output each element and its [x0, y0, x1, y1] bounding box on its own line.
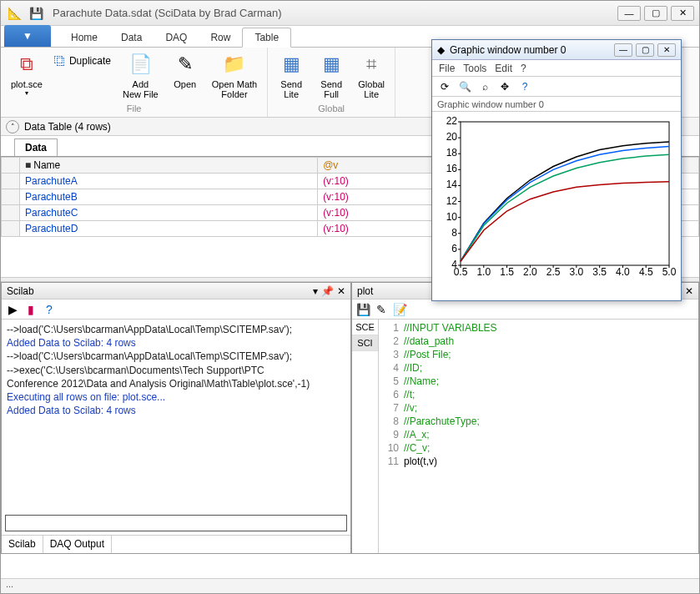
menu-edit[interactable]: Edit: [495, 63, 512, 74]
console-line: -->exec('C:\Users\bcarman\Documents\Tech…: [7, 364, 345, 377]
graphic-menubar: File Tools Edit ?: [432, 60, 681, 77]
code-line: plot(t,v): [404, 455, 497, 468]
duplicate-button[interactable]: ⿻ Duplicate: [51, 53, 114, 69]
close-icon[interactable]: ✕: [685, 285, 693, 297]
send-full-button[interactable]: ▦ Send Full: [313, 49, 350, 103]
add-new-file-button[interactable]: 📄 Add New File: [118, 49, 164, 103]
row-header-corner[interactable]: [2, 158, 20, 174]
save-icon[interactable]: 💾: [355, 302, 370, 317]
edit-icon[interactable]: ✎: [374, 302, 389, 317]
scilab-panel: Scilab ▾ 📌 ✕ ▶ ▮ ? -->load('C:\Users\bca…: [1, 282, 351, 554]
maximize-button[interactable]: ▢: [636, 43, 654, 57]
file-menu-button[interactable]: ▼: [4, 25, 51, 47]
calc-icon: ⌗: [358, 51, 385, 78]
tab-scilab[interactable]: Scilab: [2, 536, 43, 553]
pin-icon[interactable]: 📌: [321, 285, 334, 297]
open-button[interactable]: ✎ Open: [167, 49, 204, 103]
folder-icon: 📁: [221, 51, 248, 78]
scilab-input[interactable]: [5, 515, 347, 531]
scilab-panel-title: Scilab ▾ 📌 ✕: [2, 283, 350, 300]
open-icon: ✎: [172, 51, 199, 78]
minimize-button[interactable]: —: [617, 6, 641, 21]
graphic-window[interactable]: ◆ Graphic window number 0 — ▢ ✕ File Too…: [431, 39, 682, 301]
svg-text:3.0: 3.0: [570, 266, 584, 278]
code-line: //C_v;: [404, 441, 497, 455]
code-editor[interactable]: 1234567891011 //INPUT VARIABLES//data_pa…: [379, 320, 698, 553]
minimize-button[interactable]: —: [614, 43, 632, 57]
svg-text:20: 20: [446, 131, 458, 143]
code-line: //Name;: [404, 375, 497, 388]
scilab-console: -->load('C:\Users\bcarman\AppData\Local\…: [2, 320, 350, 511]
svg-text:14: 14: [446, 179, 458, 190]
tab-daq[interactable]: DAQ: [154, 28, 199, 47]
tab-daq-output[interactable]: DAQ Output: [43, 536, 112, 553]
close-button[interactable]: ✕: [657, 43, 676, 57]
svg-text:4.5: 4.5: [639, 266, 653, 278]
save-icon[interactable]: 💾: [28, 5, 44, 22]
tab-data-sheet[interactable]: Data: [14, 138, 58, 156]
new-file-icon: 📄: [127, 51, 154, 78]
console-line: -->load('C:\Users\bcarman\AppData\Local\…: [7, 350, 345, 363]
chevron-up-icon[interactable]: ˄: [6, 120, 19, 133]
svg-text:18: 18: [446, 147, 458, 159]
plot-toolbar: 💾 ✎ 📝: [352, 300, 698, 320]
close-button[interactable]: ✕: [671, 6, 694, 21]
app-icon: 📐: [6, 5, 23, 22]
send-lite-button[interactable]: ▦ Send Lite: [273, 49, 310, 103]
menu-tools[interactable]: Tools: [463, 63, 486, 74]
open-math-folder-button[interactable]: 📁 Open Math Folder: [207, 49, 262, 103]
code-line: //data_path: [404, 335, 497, 348]
code-line: //v;: [404, 401, 497, 415]
zoom-in-icon[interactable]: 🔍: [457, 79, 472, 94]
console-line: Added Data to Scilab: 4 rows: [7, 404, 345, 417]
pan-icon[interactable]: ✥: [497, 79, 512, 94]
svg-text:8: 8: [451, 227, 457, 239]
note-icon[interactable]: 📝: [392, 302, 407, 317]
plotsce-button[interactable]: ⧉ plot.sce ▾: [6, 49, 48, 103]
tab-row[interactable]: Row: [199, 28, 242, 47]
close-icon[interactable]: ✕: [337, 285, 345, 297]
svg-rect-0: [461, 122, 669, 265]
scilab-icon: ◆: [437, 44, 445, 56]
tab-home[interactable]: Home: [59, 28, 109, 47]
chart-icon[interactable]: ▮: [23, 302, 38, 317]
graphic-titlebar[interactable]: ◆ Graphic window number 0 — ▢ ✕: [432, 40, 681, 60]
global-lite-button[interactable]: ⌗ Global Lite: [353, 49, 390, 103]
svg-text:1.5: 1.5: [500, 266, 514, 278]
code-line: //ID;: [404, 361, 497, 375]
code-line: //ParachuteType;: [404, 415, 497, 428]
dropdown-icon[interactable]: ▾: [313, 285, 318, 297]
console-line: -->load('C:\Users\bcarman\AppData\Local\…: [7, 323, 345, 336]
tab-data[interactable]: Data: [109, 28, 154, 47]
rotate-icon[interactable]: ⟳: [437, 79, 452, 94]
code-line: //t;: [404, 388, 497, 401]
group-global-label: Global: [273, 103, 390, 115]
help-icon[interactable]: ?: [42, 302, 57, 317]
menu-file[interactable]: File: [439, 63, 455, 74]
svg-text:22: 22: [446, 115, 458, 127]
svg-text:0.5: 0.5: [454, 266, 468, 278]
script-tabs: SCE SCI: [352, 320, 379, 553]
tab-sci[interactable]: SCI: [352, 335, 378, 351]
maximize-button[interactable]: ▢: [644, 6, 667, 21]
run-icon[interactable]: ▶: [5, 302, 20, 317]
graphic-toolbar: ⟳ 🔍 ⌕ ✥ ?: [432, 77, 681, 97]
title-text: Parachute Data.sdat (SciData by Brad Car…: [53, 7, 282, 19]
svg-text:3.5: 3.5: [592, 266, 607, 278]
svg-text:10: 10: [446, 211, 458, 223]
zoom-box-icon[interactable]: ⌕: [477, 79, 492, 94]
svg-text:1.0: 1.0: [476, 266, 491, 278]
svg-text:2.0: 2.0: [523, 266, 537, 278]
svg-text:2.5: 2.5: [546, 266, 561, 278]
menu-help[interactable]: ?: [521, 63, 526, 74]
group-file-label: File: [6, 103, 262, 115]
collapse-label: Data Table (4 rows): [24, 121, 111, 133]
titlebar: 📐 💾 Parachute Data.sdat (SciData by Brad…: [1, 1, 699, 26]
code-line: //INPUT VARIABLES: [404, 321, 497, 335]
console-line: Conference 2012\Data and Analysis Origin…: [7, 377, 345, 390]
tab-sce[interactable]: SCE: [352, 320, 378, 335]
help-icon[interactable]: ?: [517, 79, 532, 94]
console-line: Added Data to Scilab: 4 rows: [7, 336, 345, 350]
tab-table[interactable]: Table: [242, 28, 291, 48]
col-name[interactable]: Name: [20, 158, 318, 174]
